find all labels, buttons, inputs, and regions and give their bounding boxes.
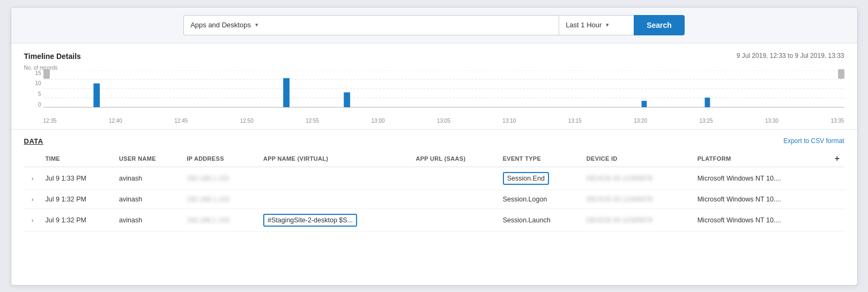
row1-appname bbox=[259, 167, 411, 190]
x-label-1255: 12:55 bbox=[306, 118, 319, 124]
row2-ip: 192.168.1.102 bbox=[182, 190, 259, 208]
slider-left-handle[interactable] bbox=[43, 69, 50, 79]
time-label: Last 1 Hour bbox=[566, 21, 602, 29]
event-type-highlighted: Session.End bbox=[503, 172, 549, 185]
data-table: TIME USER NAME IP ADDRESS APP NAME (VIRT… bbox=[24, 151, 844, 232]
row1-appurl bbox=[411, 167, 498, 190]
row2-username: avinash bbox=[115, 190, 182, 208]
x-label-1300: 13:00 bbox=[372, 118, 385, 124]
x-label-1310: 13:10 bbox=[502, 118, 516, 124]
timeline-section: Timeline Details 9 Jul 2019, 12:33 to 9 … bbox=[11, 43, 857, 130]
y-tick-0: 0 bbox=[34, 102, 41, 108]
col-eventtype: EVENT TYPE bbox=[499, 151, 582, 167]
timeline-title: Timeline Details bbox=[24, 52, 81, 61]
search-input[interactable] bbox=[269, 15, 559, 35]
row2-eventtype: Session.Logon bbox=[499, 190, 582, 208]
svg-rect-8 bbox=[641, 101, 647, 107]
x-label-1305: 13:05 bbox=[437, 118, 450, 124]
col-deviceid: DEVICE ID bbox=[582, 151, 693, 167]
svg-rect-5 bbox=[93, 83, 100, 107]
x-label-1245: 12:45 bbox=[174, 118, 188, 124]
x-label-1330: 13:30 bbox=[765, 118, 778, 124]
expand-icon[interactable]: › bbox=[28, 174, 37, 183]
x-label-1325: 13:25 bbox=[700, 118, 713, 124]
row1-deviceid: DEVICE-ID-12345678 bbox=[582, 167, 693, 190]
slider-right-handle[interactable] bbox=[838, 69, 844, 79]
timeline-range: 9 Jul 2019, 12:33 to 9 Jul 2019, 13:33 bbox=[737, 52, 844, 59]
table-row: › Jul 9 1:32 PM avinash 192.168.1.103 #S… bbox=[24, 208, 844, 231]
y-tick-15: 15 bbox=[34, 70, 41, 76]
table-row: › Jul 9 1:32 PM avinash 192.168.1.102 Se… bbox=[24, 190, 844, 208]
row3-ip: 192.168.1.103 bbox=[182, 208, 259, 231]
row3-username: avinash bbox=[115, 208, 182, 231]
row2-appname bbox=[259, 190, 411, 208]
x-axis-labels: 12:35 12:40 12:45 12:50 12:55 13:00 13:0… bbox=[43, 118, 844, 124]
x-label-1320: 13:20 bbox=[634, 118, 647, 124]
row1-add bbox=[830, 167, 844, 190]
row1-expand[interactable]: › bbox=[24, 167, 41, 190]
time-chevron-icon: ▾ bbox=[606, 21, 609, 28]
col-platform: PLATFORM bbox=[693, 151, 830, 167]
row3-appurl bbox=[411, 208, 498, 231]
row1-eventtype: Session.End bbox=[499, 167, 582, 190]
col-expand bbox=[24, 151, 41, 167]
col-ipaddress: IP ADDRESS bbox=[182, 151, 259, 167]
filter-dropdown[interactable]: Apps and Desktops ▾ bbox=[183, 15, 269, 35]
filter-chevron-icon: ▾ bbox=[255, 21, 258, 28]
x-label-1240: 12:40 bbox=[109, 118, 122, 124]
col-appurl: APP URL (SAAS) bbox=[411, 151, 498, 167]
table-header-row: TIME USER NAME IP ADDRESS APP NAME (VIRT… bbox=[24, 151, 844, 167]
expand-icon[interactable]: › bbox=[28, 216, 37, 224]
data-section-title: DATA bbox=[24, 137, 43, 145]
row3-appname: #StagingSite-2-desktop $S... bbox=[259, 208, 411, 231]
row1-time: Jul 9 1:33 PM bbox=[41, 167, 115, 190]
table-row: › Jul 9 1:33 PM avinash 192.168.1.101 Se… bbox=[24, 167, 844, 190]
chart-area: No. of records 0 5 10 15 bbox=[24, 65, 844, 124]
chart-svg bbox=[43, 70, 844, 107]
row3-add bbox=[830, 208, 844, 231]
y-tick-10: 10 bbox=[34, 80, 41, 86]
col-time: TIME bbox=[41, 151, 115, 167]
data-section-header: DATA Export to CSV format bbox=[24, 137, 844, 145]
svg-rect-6 bbox=[283, 78, 290, 107]
row3-expand[interactable]: › bbox=[24, 208, 41, 231]
svg-rect-7 bbox=[344, 92, 350, 107]
data-section: DATA Export to CSV format TIME USER NAME… bbox=[11, 130, 857, 232]
search-bar: Apps and Desktops ▾ Last 1 Hour ▾ Search bbox=[11, 8, 857, 43]
row1-username: avinash bbox=[115, 167, 182, 190]
x-label-1235: 12:35 bbox=[43, 118, 57, 124]
row3-eventtype: Session.Launch bbox=[499, 208, 582, 231]
row3-time: Jul 9 1:32 PM bbox=[41, 208, 115, 231]
col-appname: APP NAME (VIRTUAL) bbox=[259, 151, 411, 167]
app-name-highlighted: #StagingSite-2-desktop $S... bbox=[263, 214, 357, 227]
x-label-1315: 13:15 bbox=[568, 118, 582, 124]
svg-rect-9 bbox=[704, 98, 710, 107]
row3-deviceid: DEVICE-ID-12345678 bbox=[582, 208, 693, 231]
add-column-icon[interactable]: + bbox=[835, 154, 840, 163]
row2-platform: Microsoft Windows NT 10.... bbox=[693, 190, 830, 208]
chart-svg-area bbox=[43, 70, 844, 108]
expand-icon[interactable]: › bbox=[28, 195, 37, 204]
y-tick-5: 5 bbox=[34, 91, 41, 97]
row3-platform: Microsoft Windows NT 10.... bbox=[693, 208, 830, 231]
row1-platform: Microsoft Windows NT 10.... bbox=[693, 167, 830, 190]
x-label-1250: 12:50 bbox=[240, 118, 254, 124]
filter-label: Apps and Desktops bbox=[190, 21, 251, 29]
row1-ip: 192.168.1.101 bbox=[182, 167, 259, 190]
row2-deviceid: DEVICE-ID-12345678 bbox=[582, 190, 693, 208]
search-button[interactable]: Search bbox=[634, 15, 685, 35]
time-dropdown[interactable]: Last 1 Hour ▾ bbox=[559, 15, 634, 35]
col-add[interactable]: + bbox=[830, 151, 844, 167]
row2-time: Jul 9 1:32 PM bbox=[41, 190, 115, 208]
x-label-1335: 13:35 bbox=[830, 118, 844, 124]
row2-expand[interactable]: › bbox=[24, 190, 41, 208]
y-ticks: 0 5 10 15 bbox=[34, 70, 41, 108]
row2-add bbox=[830, 190, 844, 208]
main-container: Apps and Desktops ▾ Last 1 Hour ▾ Search… bbox=[11, 7, 858, 286]
row2-appurl bbox=[411, 190, 498, 208]
timeline-header: Timeline Details 9 Jul 2019, 12:33 to 9 … bbox=[24, 52, 844, 61]
export-csv-link[interactable]: Export to CSV format bbox=[783, 137, 844, 145]
col-username: USER NAME bbox=[115, 151, 182, 167]
